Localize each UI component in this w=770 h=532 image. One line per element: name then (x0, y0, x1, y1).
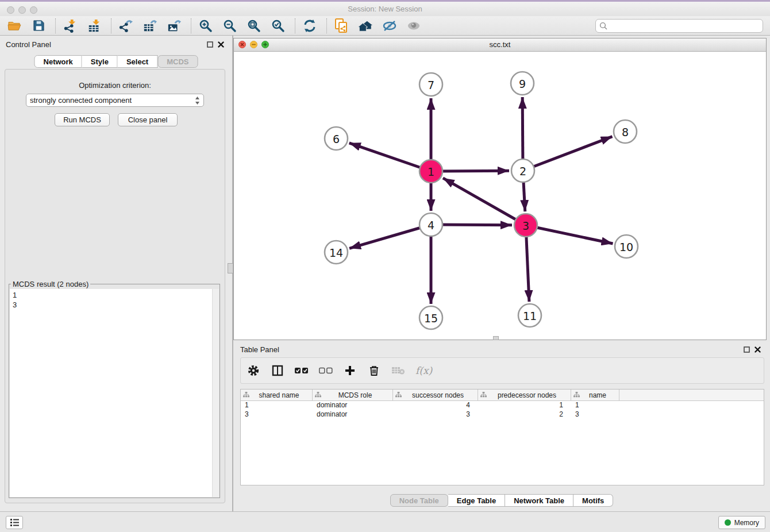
zoom-in-icon[interactable] (197, 18, 214, 34)
task-history-button[interactable] (6, 516, 23, 529)
close-window-icon[interactable] (7, 6, 14, 14)
toolbar-separator (326, 18, 327, 33)
graph-edge-4-14[interactable] (349, 225, 431, 248)
graph-node-10[interactable]: 10 (615, 235, 638, 258)
hide-selected-eye-icon[interactable] (381, 18, 398, 34)
search-input[interactable] (607, 20, 763, 32)
tab-select[interactable]: Select (118, 55, 157, 68)
float-panel-icon[interactable] (207, 41, 213, 48)
export-network-icon[interactable] (117, 18, 134, 34)
mcds-result-group: MCDS result (2 nodes) 1 3 (9, 280, 220, 498)
tab-network[interactable]: Network (34, 55, 82, 68)
clone-network-icon[interactable] (333, 18, 350, 34)
graph-node-3[interactable]: 3 (514, 214, 537, 237)
graph-node-9[interactable]: 9 (511, 72, 534, 95)
open-file-icon[interactable] (6, 18, 23, 34)
close-panel-icon[interactable] (754, 346, 761, 353)
criterion-value: strongly connected component (30, 96, 195, 105)
close-panel-button[interactable]: Close panel (118, 113, 178, 126)
table-row[interactable]: 3dominator323 (241, 410, 764, 419)
column-header-shared-name[interactable]: shared name (241, 390, 313, 400)
refresh-layout-icon[interactable] (301, 18, 318, 34)
svg-text:4: 4 (428, 219, 434, 232)
toolbar-separator (111, 18, 111, 33)
graph-edge-3-10[interactable] (526, 225, 613, 244)
minimize-window-icon[interactable] (18, 6, 26, 14)
tab-edge-table[interactable]: Edge Table (448, 494, 505, 507)
export-image-icon[interactable] (165, 18, 183, 34)
tab-style[interactable]: Style (82, 55, 118, 68)
tab-mcds[interactable]: MCDS (157, 55, 198, 68)
show-all-eye-icon[interactable] (405, 18, 422, 34)
criterion-select[interactable]: strongly connected component (26, 94, 204, 107)
search-box[interactable] (595, 19, 763, 33)
graph-node-11[interactable]: 11 (518, 304, 541, 327)
graph-edge-1-6[interactable] (349, 143, 431, 171)
svg-text:2: 2 (519, 165, 526, 178)
table-tabs: Node TableEdge TableNetwork TableMotifs (233, 494, 770, 507)
float-panel-icon[interactable] (744, 346, 750, 353)
import-network-icon[interactable] (61, 18, 79, 34)
svg-text:11: 11 (523, 310, 537, 322)
tab-motifs[interactable]: Motifs (573, 494, 613, 507)
column-sort-icon (395, 392, 402, 398)
network-view-window: scc.txt 1234678910111415 (233, 38, 767, 340)
home-view-icon[interactable] (357, 18, 374, 34)
toolbar-separator (295, 18, 295, 33)
horizontal-splitter-grip[interactable] (493, 336, 499, 340)
column-view-icon[interactable] (271, 364, 284, 377)
vertical-splitter-grip[interactable] (228, 263, 233, 273)
export-table-icon[interactable] (141, 18, 159, 34)
mcds-panel: Optimization criterion: strongly connect… (5, 69, 225, 503)
tab-node-table[interactable]: Node Table (390, 494, 448, 507)
network-titlebar[interactable]: scc.txt (234, 38, 766, 52)
graph-node-14[interactable]: 14 (325, 241, 348, 264)
graph-node-2[interactable]: 2 (511, 159, 534, 182)
maximize-window-icon[interactable] (30, 6, 37, 14)
table-cell: dominator (313, 410, 393, 419)
table-panel-title: Table Panel (240, 345, 279, 354)
mcds-result-area[interactable]: 1 3 (10, 289, 219, 497)
memory-button[interactable]: Memory (718, 516, 765, 529)
column-header-MCDS-role[interactable]: MCDS role (313, 390, 393, 400)
close-view-icon[interactable] (238, 41, 246, 48)
svg-text:9: 9 (519, 78, 526, 90)
network-view-title: scc.txt (234, 38, 766, 51)
main-titlebar: Session: New Session (0, 2, 770, 17)
table-row[interactable]: 1dominator411 (241, 401, 764, 410)
graph-node-1[interactable]: 1 (419, 160, 442, 183)
zoom-fit-icon[interactable] (245, 18, 263, 34)
close-panel-icon[interactable] (218, 41, 224, 48)
delete-table-icon (391, 364, 405, 377)
column-header-name[interactable]: name (571, 390, 619, 400)
graph-node-4[interactable]: 4 (419, 213, 442, 236)
control-panel: Control Panel NetworkStyleSelectMCDS Opt… (0, 36, 232, 511)
column-header-predecessor-nodes[interactable]: predecessor nodes (478, 390, 571, 400)
save-session-icon[interactable] (30, 18, 47, 34)
zoom-out-icon[interactable] (221, 18, 238, 34)
search-icon (599, 22, 607, 30)
control-panel-tabs: NetworkStyleSelectMCDS (34, 55, 198, 68)
add-row-icon[interactable] (343, 364, 357, 377)
graph-node-15[interactable]: 15 (419, 306, 442, 329)
column-sort-icon (573, 392, 580, 398)
settings-gear-icon[interactable] (247, 364, 260, 377)
zoom-selected-icon[interactable] (270, 18, 287, 34)
network-canvas-svg[interactable]: 1234678910111415 (234, 52, 766, 340)
select-all-checkboxes-icon[interactable] (295, 364, 309, 377)
delete-row-trash-icon[interactable] (367, 364, 381, 377)
graph-edge-3-1[interactable] (443, 178, 526, 225)
import-table-icon[interactable] (86, 18, 103, 34)
graph-node-8[interactable]: 8 (614, 120, 637, 143)
column-header-successor-nodes[interactable]: successor nodes (393, 390, 478, 400)
graph-edge-2-8[interactable] (523, 137, 613, 171)
graph-node-6[interactable]: 6 (325, 127, 348, 150)
run-mcds-button[interactable]: Run MCDS (55, 113, 110, 126)
deselect-all-checkboxes-icon[interactable] (319, 364, 333, 377)
graph-node-7[interactable]: 7 (419, 73, 442, 96)
result-scrollbar[interactable] (212, 289, 219, 497)
column-sort-icon (480, 392, 487, 398)
minimize-view-icon[interactable] (250, 41, 257, 48)
tab-network-table[interactable]: Network Table (505, 494, 573, 507)
zoom-view-icon[interactable] (261, 41, 269, 48)
